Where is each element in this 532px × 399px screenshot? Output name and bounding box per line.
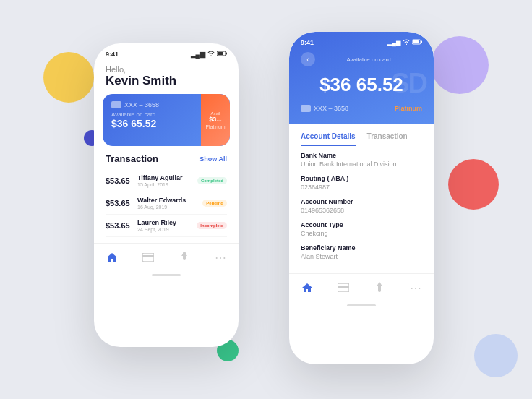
card-type-label: Platinum: [205, 124, 225, 129]
svg-rect-4: [142, 255, 154, 257]
card-chip-right: XXX – 3658: [301, 105, 348, 112]
tx-date-1: 15 April, 2019: [137, 182, 192, 187]
card-row-right: XXX – 3658 Platinum: [289, 99, 434, 112]
value-account-type: Chekcing: [301, 230, 422, 237]
nav-home-right[interactable]: [301, 281, 314, 294]
wifi-icon: [207, 51, 215, 58]
tx-amount-3: $53.65: [106, 221, 132, 230]
tx-date-3: 24 Sept, 2019: [137, 227, 191, 232]
greeting: Hello, Kevin Smith: [94, 61, 239, 94]
account-details-section: Bank Name Union Bank International Divis…: [289, 146, 434, 273]
back-button[interactable]: ‹: [301, 52, 315, 66]
svg-rect-8: [421, 41, 423, 43]
svg-rect-1: [226, 53, 228, 55]
nav-card-right[interactable]: [337, 281, 350, 294]
value-bank-name: Union Bank International Division: [301, 160, 422, 168]
nav-more[interactable]: ⋯: [214, 251, 227, 264]
label-beneficiary: Beneficiary Name: [301, 244, 422, 252]
tx-amount-2: $53.65: [106, 199, 132, 207]
card-right-balance: $3...: [209, 116, 222, 123]
transactions-header: Transaction Show All: [106, 153, 227, 164]
battery-icon-right: [412, 39, 422, 46]
wifi-icon-right: [403, 39, 410, 46]
bottom-nav-left: ⋯: [94, 243, 239, 270]
bg-circle-purple: [431, 36, 489, 94]
available-label-right: Available on card: [315, 56, 422, 63]
detail-routing: Routing ( ABA ) 02364987: [301, 175, 422, 191]
transactions-section: Transaction Show All $53.65 Tiffany Agui…: [94, 146, 239, 237]
transaction-item-2[interactable]: $53.65 Walter Edwards 16 Aug, 2019 Pendi…: [106, 192, 227, 215]
nav-transfer-right[interactable]: [373, 281, 386, 294]
tx-info-3: Lauren Riley 24 Sept, 2019: [137, 219, 191, 232]
tx-info-1: Tiffany Aguilar 15 April, 2019: [137, 174, 192, 187]
nav-transfer[interactable]: [178, 251, 191, 264]
chip-icon: [111, 101, 121, 108]
detail-bank-name: Bank Name Union Bank International Divis…: [301, 152, 422, 168]
battery-icon: [217, 51, 227, 58]
tab-transaction[interactable]: Transaction: [367, 132, 408, 146]
time-right: 9:41: [301, 39, 314, 46]
card-number-right: XXX – 3658: [314, 105, 348, 112]
svg-marker-13: [377, 282, 382, 286]
tab-account-details[interactable]: Account Details: [301, 132, 356, 146]
svg-marker-6: [181, 252, 187, 256]
tx-badge-3: Incomplete: [197, 222, 227, 229]
time-left: 9:41: [106, 51, 119, 58]
value-routing: 02364987: [301, 184, 422, 191]
svg-rect-9: [413, 40, 419, 43]
top-section: 9:41 ▂▄▆ ‹ Available on card $36 65.52 S…: [289, 32, 434, 124]
hello-text: Hello,: [106, 65, 227, 74]
tx-name-3: Lauren Riley: [137, 219, 191, 226]
chip-icon-right: [301, 105, 311, 112]
bg-circle-yellow: [43, 52, 94, 103]
svg-rect-11: [338, 286, 349, 288]
bg-circle-blue-light: [474, 334, 518, 377]
top-header: ‹ Available on card: [289, 49, 434, 69]
label-routing: Routing ( ABA ): [301, 175, 422, 182]
status-bar-right: 9:41 ▂▄▆: [289, 32, 434, 49]
tx-date-2: 16 Aug, 2019: [137, 205, 197, 210]
nav-more-right[interactable]: ⋯: [409, 281, 422, 294]
phone-left: 9:41 ▂▄▆ Hello, Kevin Smith XXX – 3658 A…: [94, 43, 239, 347]
scroll-indicator-left: [152, 274, 181, 276]
transaction-item-3[interactable]: $53.65 Lauren Riley 24 Sept, 2019 Incomp…: [106, 215, 227, 237]
label-account-number: Account Number: [301, 198, 422, 205]
nav-card[interactable]: [142, 251, 155, 264]
signal-icon-right: ▂▄▆: [387, 40, 400, 46]
user-name: Kevin Smith: [106, 74, 227, 88]
tabs-bar: Account Details Transaction: [289, 124, 434, 146]
nav-home[interactable]: [106, 251, 119, 264]
tx-name-2: Walter Edwards: [137, 197, 197, 204]
label-account-type: Account Type: [301, 221, 422, 228]
card-mini[interactable]: XXX – 3658 Available on card $36 65.52 S…: [103, 94, 230, 146]
phone-right: 9:41 ▂▄▆ ‹ Available on card $36 65.52 S…: [289, 32, 434, 364]
detail-account-type: Account Type Chekcing: [301, 221, 422, 237]
detail-beneficiary: Beneficiary Name Alan Stewart: [301, 244, 422, 260]
status-icons-right: ▂▄▆: [387, 39, 422, 46]
show-all-link[interactable]: Show All: [200, 155, 227, 163]
label-bank-name: Bank Name: [301, 152, 422, 159]
value-account-number: 014965362658: [301, 207, 422, 214]
balance-bg-text: SD: [391, 68, 426, 99]
card-right-section: Avail $3... Platinum: [201, 94, 230, 146]
card-type-right: Platinum: [395, 105, 422, 112]
scroll-indicator-right: [347, 304, 376, 306]
tx-amount-1: $53.65: [106, 176, 132, 185]
bg-circle-red: [448, 159, 499, 210]
tx-badge-2: Pending: [202, 200, 227, 207]
transaction-item-1[interactable]: $53.65 Tiffany Aguilar 15 April, 2019 Co…: [106, 170, 227, 192]
status-icons-left: ▂▄▆: [191, 51, 227, 58]
svg-rect-2: [218, 52, 223, 55]
transactions-title: Transaction: [106, 153, 158, 164]
tx-name-1: Tiffany Aguilar: [137, 174, 192, 181]
status-bar-left: 9:41 ▂▄▆: [94, 43, 239, 61]
detail-account-number: Account Number 014965362658: [301, 198, 422, 214]
tx-badge-1: Completed: [197, 177, 227, 184]
tx-info-2: Walter Edwards 16 Aug, 2019: [137, 197, 197, 210]
value-beneficiary: Alan Stewart: [301, 253, 422, 260]
bottom-nav-right: ⋯: [289, 273, 434, 300]
signal-icon: ▂▄▆: [191, 51, 205, 58]
